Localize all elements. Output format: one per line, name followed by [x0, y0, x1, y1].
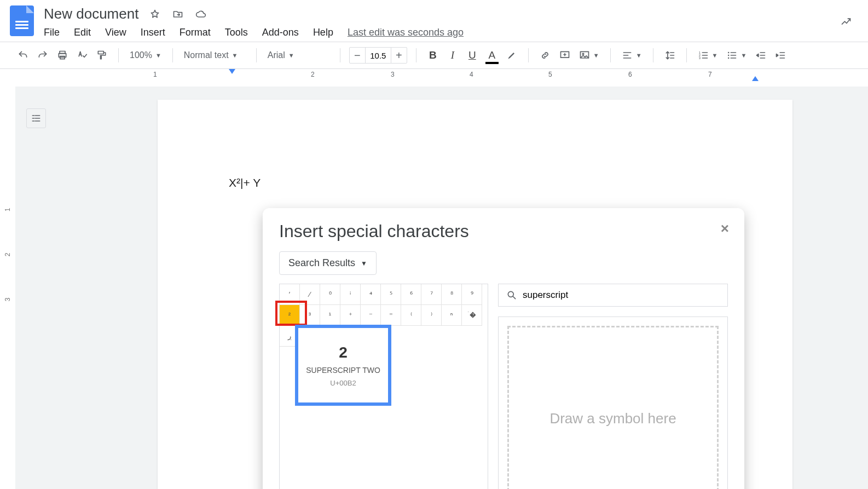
- svg-text:3: 3: [698, 56, 700, 60]
- char-cell[interactable]: ³: [300, 305, 320, 326]
- spellcheck-button[interactable]: [74, 48, 90, 63]
- print-button[interactable]: [55, 48, 70, 63]
- decrease-indent-button[interactable]: [753, 48, 768, 63]
- insert-image-button[interactable]: ▼: [577, 50, 601, 61]
- add-comment-button[interactable]: [557, 48, 572, 63]
- menu-view[interactable]: View: [105, 27, 126, 38]
- category-dropdown[interactable]: Search Results▼: [279, 251, 377, 275]
- char-cell[interactable]: �ۤ: [462, 305, 482, 326]
- star-icon[interactable]: [148, 8, 161, 21]
- char-cell[interactable]: ⁺: [340, 305, 361, 326]
- char-cell[interactable]: ⁱ: [340, 284, 361, 305]
- search-icon: [506, 290, 517, 301]
- activity-icon[interactable]: [841, 16, 852, 30]
- align-button[interactable]: ▼: [620, 50, 644, 61]
- char-cell[interactable]: ⁄: [300, 284, 320, 305]
- svg-point-13: [508, 291, 513, 297]
- svg-rect-3: [98, 51, 103, 54]
- font-size-input[interactable]: [365, 48, 391, 63]
- char-cell[interactable]: ′: [280, 284, 300, 305]
- svg-point-6: [582, 53, 584, 55]
- last-edit-link[interactable]: Last edit was seconds ago: [348, 27, 464, 38]
- document-body-text[interactable]: X²|+ Y: [229, 176, 721, 189]
- horizontal-ruler[interactable]: 1 2 3 4 5 6 7: [0, 69, 868, 81]
- character-search-input[interactable]: [523, 290, 720, 301]
- paint-format-button[interactable]: [94, 48, 109, 63]
- svg-point-10: [728, 52, 730, 54]
- font-dropdown[interactable]: Arial▼: [265, 50, 331, 60]
- font-size-decrease[interactable]: −: [350, 48, 365, 63]
- char-cell[interactable]: ⁵: [381, 284, 401, 305]
- undo-button[interactable]: [15, 48, 31, 63]
- preview-name: SUPERSCRIPT TWO: [306, 366, 380, 375]
- char-cell[interactable]: ⁴: [361, 284, 381, 305]
- document-title[interactable]: New document: [44, 5, 138, 22]
- char-cell[interactable]: ⁼: [381, 305, 401, 326]
- bulleted-list-button[interactable]: ▼: [724, 50, 749, 61]
- menu-file[interactable]: File: [44, 27, 60, 38]
- bold-button[interactable]: B: [425, 48, 441, 63]
- draw-symbol-area[interactable]: Draw a symbol here: [498, 317, 728, 489]
- char-cell[interactable]: ⁿ: [442, 305, 462, 326]
- special-characters-dialog: Insert special characters × Search Resul…: [263, 208, 744, 489]
- text-color-button[interactable]: A: [484, 48, 500, 63]
- font-size-increase[interactable]: +: [391, 48, 407, 63]
- close-icon[interactable]: ×: [721, 220, 729, 237]
- char-cell[interactable]: ⁹: [462, 284, 482, 305]
- menu-format[interactable]: Format: [180, 27, 211, 38]
- char-cell[interactable]: ⁷: [421, 284, 442, 305]
- font-size-control: − +: [349, 47, 407, 64]
- menu-tools[interactable]: Tools: [225, 27, 248, 38]
- char-cell[interactable]: ¹: [320, 305, 340, 326]
- preview-glyph: 2: [339, 344, 348, 361]
- char-cell[interactable]: ⁻: [361, 305, 381, 326]
- numbered-list-button[interactable]: 123▼: [696, 50, 720, 61]
- underline-button[interactable]: U: [465, 48, 480, 63]
- dialog-title: Insert special characters: [279, 221, 728, 241]
- char-cell[interactable]: ⁽: [401, 305, 421, 326]
- menu-help[interactable]: Help: [313, 27, 333, 38]
- line-spacing-button[interactable]: [662, 48, 678, 63]
- character-preview: 2 SUPERSCRIPT TWO U+00B2: [295, 325, 391, 406]
- increase-indent-button[interactable]: [773, 48, 788, 63]
- character-grid-panel: ′⁄⁰ⁱ⁴⁵⁶⁷⁸⁹²³¹⁺⁻⁼⁽⁾ⁿ�ۤڔ 2 SUPERSCRIPT TWO…: [279, 284, 488, 489]
- redo-button[interactable]: [35, 48, 50, 63]
- docs-app-icon[interactable]: [10, 5, 34, 36]
- highlight-button[interactable]: [504, 48, 519, 63]
- zoom-dropdown[interactable]: 100%▼: [128, 50, 164, 60]
- toolbar: 100%▼ Normal text▼ Arial▼ − + B I U A ▼ …: [0, 42, 868, 69]
- char-cell[interactable]: ⁾: [421, 305, 442, 326]
- move-icon[interactable]: [171, 8, 184, 21]
- menu-insert[interactable]: Insert: [141, 27, 165, 38]
- insert-link-button[interactable]: [537, 48, 553, 63]
- char-cell[interactable]: ⁰: [320, 284, 340, 305]
- menubar: File Edit View Insert Format Tools Add-o…: [44, 27, 858, 38]
- char-cell[interactable]: ²: [280, 305, 300, 326]
- char-cell[interactable]: ⁶: [401, 284, 421, 305]
- svg-point-11: [728, 55, 730, 56]
- svg-point-12: [728, 57, 730, 59]
- character-search-box[interactable]: [498, 284, 728, 307]
- vertical-ruler[interactable]: 123: [0, 87, 15, 489]
- menu-addons[interactable]: Add-ons: [262, 27, 299, 38]
- italic-button[interactable]: I: [445, 48, 460, 63]
- char-cell[interactable]: ⁸: [442, 284, 462, 305]
- preview-codepoint: U+00B2: [330, 379, 356, 387]
- paragraph-style-dropdown[interactable]: Normal text▼: [182, 50, 247, 60]
- cloud-status-icon[interactable]: [194, 8, 207, 21]
- menu-edit[interactable]: Edit: [74, 27, 91, 38]
